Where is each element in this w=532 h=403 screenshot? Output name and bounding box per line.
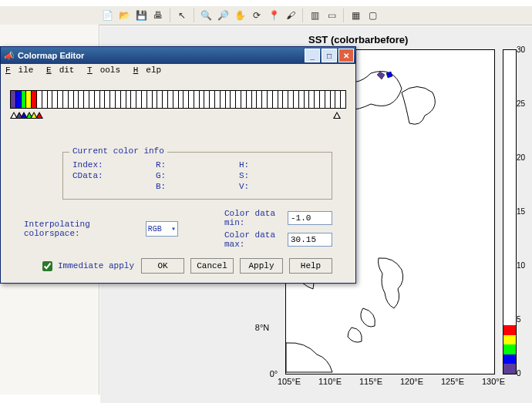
xtick-5: 130°E — [482, 377, 505, 386]
minimize-button[interactable]: _ — [305, 49, 320, 62]
save-icon[interactable]: 💾 — [134, 8, 148, 22]
label-s: S: — [239, 171, 322, 180]
immediate-apply-checkbox[interactable] — [42, 261, 52, 271]
cb-0: 0 — [517, 369, 521, 378]
label-r: R: — [156, 160, 239, 170]
menu-file[interactable]: File — [5, 65, 33, 75]
label-h: H: — [239, 160, 322, 170]
current-color-info: Current color info Index: R: H: CData: G… — [62, 152, 332, 200]
label-g: G: — [156, 171, 239, 180]
dialog-title: Colormap Editor — [18, 51, 84, 60]
menu-tools[interactable]: Tools — [87, 65, 120, 75]
pan-icon[interactable]: ✋ — [233, 8, 247, 22]
chevron-down-icon: ▾ — [171, 224, 176, 233]
cb-30: 30 — [517, 45, 525, 54]
ytick-0: 0° — [270, 369, 278, 378]
interp-label: Interpolating colorspace: — [24, 220, 140, 238]
menu-edit[interactable]: Edit — [46, 65, 74, 75]
cb-20: 20 — [517, 153, 525, 161]
label-index: Index: — [72, 160, 156, 170]
zoomout-icon[interactable]: 🔎 — [216, 8, 230, 22]
open-icon[interactable]: 📂 — [117, 8, 131, 22]
cb-15: 15 — [517, 207, 525, 216]
label-b: B: — [156, 182, 239, 191]
cancel-button[interactable]: Cancel — [190, 258, 234, 274]
marker-red[interactable] — [35, 112, 43, 119]
label-cdata: CData: — [72, 171, 156, 180]
ytick-8n: 8°N — [255, 323, 269, 332]
print-icon[interactable]: 🖶 — [151, 8, 165, 22]
ok-button[interactable]: OK — [141, 258, 184, 274]
app-icon: 📣 — [4, 51, 15, 61]
xtick-4: 125°E — [441, 377, 464, 386]
colorbar-ticks: 30 25 20 15 10 5 0 — [517, 49, 532, 373]
plot-title: SST (colorbarbefore) — [308, 34, 408, 45]
brush-icon[interactable]: 🖌 — [284, 8, 298, 22]
pointer-icon[interactable]: ↖ — [175, 8, 189, 22]
colormap-editor-dialog: 📣 Colormap Editor _ □ ✕ File Edit Tools … — [0, 46, 356, 284]
interp-value: RGB — [148, 225, 162, 233]
grid-icon[interactable]: ▦ — [348, 8, 362, 22]
dialog-menubar: File Edit Tools Help — [1, 64, 355, 76]
immediate-apply-wrap[interactable]: Immediate apply — [39, 259, 134, 274]
zoomin-icon[interactable]: 🔍 — [199, 8, 213, 22]
dialog-titlebar[interactable]: 📣 Colormap Editor _ □ ✕ — [1, 47, 355, 64]
cdmax-label: Color data max: — [224, 230, 281, 249]
cdmax-input[interactable] — [288, 233, 332, 247]
marker-end[interactable] — [333, 112, 341, 119]
menu-help[interactable]: Help — [133, 65, 161, 75]
cb-25: 25 — [517, 99, 525, 107]
colormap-markers[interactable] — [10, 112, 346, 121]
layout-icon[interactable]: ▢ — [365, 8, 379, 22]
apply-button[interactable]: Apply — [240, 258, 283, 274]
xtick-2: 115°E — [359, 377, 382, 386]
cb-10: 10 — [517, 260, 525, 269]
rotate-icon[interactable]: ⟳ — [250, 8, 264, 22]
cb-5: 5 — [517, 314, 521, 323]
xtick-1: 110°E — [318, 377, 342, 386]
cdmin-input[interactable] — [288, 211, 332, 225]
maximize-button[interactable]: □ — [322, 49, 337, 62]
groupbox-title: Current color info — [69, 146, 167, 156]
xtick-3: 120°E — [400, 377, 423, 386]
immediate-apply-label: Immediate apply — [58, 261, 134, 270]
colorbar-icon[interactable]: ▥ — [308, 8, 322, 22]
close-button[interactable]: ✕ — [338, 49, 354, 62]
label-v: V: — [239, 182, 322, 191]
new-icon[interactable]: 📄 — [100, 8, 114, 22]
legend-icon[interactable]: ▭ — [325, 8, 338, 22]
colorbar[interactable] — [503, 49, 517, 374]
colormap-strip[interactable] — [10, 90, 346, 109]
cdmin-label: Color data min: — [224, 209, 281, 227]
help-button[interactable]: Help — [289, 258, 332, 274]
main-toolbar: 📄 📂 💾 🖶 ↖ 🔍 🔎 ✋ ⟳ 📍 🖌 ▥ ▭ ▦ ▢ — [0, 6, 532, 25]
interp-select[interactable]: RGB ▾ — [146, 221, 178, 237]
datatip-icon[interactable]: 📍 — [267, 8, 281, 22]
xtick-0: 105°E — [278, 377, 301, 386]
